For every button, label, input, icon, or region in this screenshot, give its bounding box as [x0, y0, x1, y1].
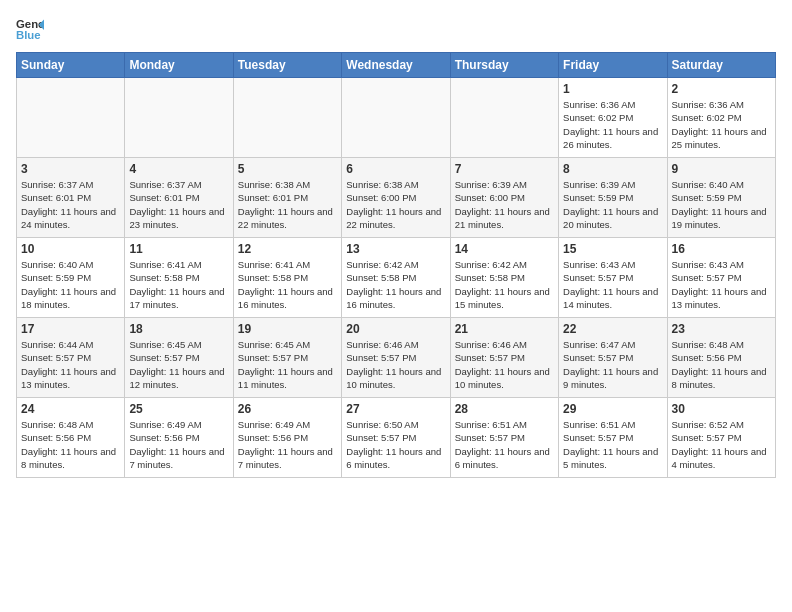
day-number: 22 [563, 322, 662, 336]
day-info: Sunrise: 6:47 AM Sunset: 5:57 PM Dayligh… [563, 338, 662, 391]
calendar-cell [233, 78, 341, 158]
day-number: 18 [129, 322, 228, 336]
header: General Blue [16, 16, 776, 44]
day-info: Sunrise: 6:43 AM Sunset: 5:57 PM Dayligh… [563, 258, 662, 311]
calendar-cell: 22Sunrise: 6:47 AM Sunset: 5:57 PM Dayli… [559, 318, 667, 398]
calendar-cell: 4Sunrise: 6:37 AM Sunset: 6:01 PM Daylig… [125, 158, 233, 238]
day-info: Sunrise: 6:43 AM Sunset: 5:57 PM Dayligh… [672, 258, 771, 311]
day-header-saturday: Saturday [667, 53, 775, 78]
day-info: Sunrise: 6:48 AM Sunset: 5:56 PM Dayligh… [21, 418, 120, 471]
calendar-cell: 16Sunrise: 6:43 AM Sunset: 5:57 PM Dayli… [667, 238, 775, 318]
calendar-cell: 10Sunrise: 6:40 AM Sunset: 5:59 PM Dayli… [17, 238, 125, 318]
svg-text:Blue: Blue [16, 29, 41, 41]
day-info: Sunrise: 6:42 AM Sunset: 5:58 PM Dayligh… [346, 258, 445, 311]
day-number: 1 [563, 82, 662, 96]
day-info: Sunrise: 6:40 AM Sunset: 5:59 PM Dayligh… [672, 178, 771, 231]
calendar-week-row: 17Sunrise: 6:44 AM Sunset: 5:57 PM Dayli… [17, 318, 776, 398]
day-number: 10 [21, 242, 120, 256]
day-number: 4 [129, 162, 228, 176]
day-number: 9 [672, 162, 771, 176]
day-header-tuesday: Tuesday [233, 53, 341, 78]
calendar-cell: 15Sunrise: 6:43 AM Sunset: 5:57 PM Dayli… [559, 238, 667, 318]
day-header-sunday: Sunday [17, 53, 125, 78]
day-number: 6 [346, 162, 445, 176]
day-header-wednesday: Wednesday [342, 53, 450, 78]
logo: General Blue [16, 16, 44, 44]
calendar-cell: 27Sunrise: 6:50 AM Sunset: 5:57 PM Dayli… [342, 398, 450, 478]
calendar-cell: 8Sunrise: 6:39 AM Sunset: 5:59 PM Daylig… [559, 158, 667, 238]
day-number: 29 [563, 402, 662, 416]
day-header-friday: Friday [559, 53, 667, 78]
day-number: 26 [238, 402, 337, 416]
calendar-cell: 5Sunrise: 6:38 AM Sunset: 6:01 PM Daylig… [233, 158, 341, 238]
calendar-cell [17, 78, 125, 158]
calendar-cell: 17Sunrise: 6:44 AM Sunset: 5:57 PM Dayli… [17, 318, 125, 398]
day-info: Sunrise: 6:46 AM Sunset: 5:57 PM Dayligh… [346, 338, 445, 391]
day-number: 13 [346, 242, 445, 256]
day-info: Sunrise: 6:46 AM Sunset: 5:57 PM Dayligh… [455, 338, 554, 391]
day-info: Sunrise: 6:48 AM Sunset: 5:56 PM Dayligh… [672, 338, 771, 391]
day-number: 30 [672, 402, 771, 416]
calendar-cell: 21Sunrise: 6:46 AM Sunset: 5:57 PM Dayli… [450, 318, 558, 398]
day-info: Sunrise: 6:49 AM Sunset: 5:56 PM Dayligh… [238, 418, 337, 471]
calendar-week-row: 10Sunrise: 6:40 AM Sunset: 5:59 PM Dayli… [17, 238, 776, 318]
calendar-cell [450, 78, 558, 158]
day-number: 16 [672, 242, 771, 256]
calendar-cell: 20Sunrise: 6:46 AM Sunset: 5:57 PM Dayli… [342, 318, 450, 398]
day-number: 11 [129, 242, 228, 256]
calendar-header-row: SundayMondayTuesdayWednesdayThursdayFrid… [17, 53, 776, 78]
day-header-monday: Monday [125, 53, 233, 78]
day-number: 7 [455, 162, 554, 176]
day-info: Sunrise: 6:36 AM Sunset: 6:02 PM Dayligh… [563, 98, 662, 151]
day-info: Sunrise: 6:45 AM Sunset: 5:57 PM Dayligh… [129, 338, 228, 391]
day-info: Sunrise: 6:41 AM Sunset: 5:58 PM Dayligh… [238, 258, 337, 311]
day-number: 3 [21, 162, 120, 176]
day-number: 14 [455, 242, 554, 256]
day-info: Sunrise: 6:37 AM Sunset: 6:01 PM Dayligh… [21, 178, 120, 231]
day-number: 28 [455, 402, 554, 416]
day-info: Sunrise: 6:44 AM Sunset: 5:57 PM Dayligh… [21, 338, 120, 391]
day-number: 8 [563, 162, 662, 176]
day-info: Sunrise: 6:40 AM Sunset: 5:59 PM Dayligh… [21, 258, 120, 311]
day-number: 27 [346, 402, 445, 416]
calendar-cell: 1Sunrise: 6:36 AM Sunset: 6:02 PM Daylig… [559, 78, 667, 158]
calendar-cell: 23Sunrise: 6:48 AM Sunset: 5:56 PM Dayli… [667, 318, 775, 398]
day-info: Sunrise: 6:39 AM Sunset: 5:59 PM Dayligh… [563, 178, 662, 231]
calendar-cell: 19Sunrise: 6:45 AM Sunset: 5:57 PM Dayli… [233, 318, 341, 398]
day-info: Sunrise: 6:39 AM Sunset: 6:00 PM Dayligh… [455, 178, 554, 231]
day-header-thursday: Thursday [450, 53, 558, 78]
calendar-cell [125, 78, 233, 158]
calendar-cell: 25Sunrise: 6:49 AM Sunset: 5:56 PM Dayli… [125, 398, 233, 478]
day-info: Sunrise: 6:38 AM Sunset: 6:01 PM Dayligh… [238, 178, 337, 231]
day-number: 12 [238, 242, 337, 256]
day-info: Sunrise: 6:51 AM Sunset: 5:57 PM Dayligh… [563, 418, 662, 471]
calendar-cell: 7Sunrise: 6:39 AM Sunset: 6:00 PM Daylig… [450, 158, 558, 238]
day-info: Sunrise: 6:41 AM Sunset: 5:58 PM Dayligh… [129, 258, 228, 311]
calendar-cell: 29Sunrise: 6:51 AM Sunset: 5:57 PM Dayli… [559, 398, 667, 478]
calendar-cell: 9Sunrise: 6:40 AM Sunset: 5:59 PM Daylig… [667, 158, 775, 238]
calendar-week-row: 3Sunrise: 6:37 AM Sunset: 6:01 PM Daylig… [17, 158, 776, 238]
day-number: 20 [346, 322, 445, 336]
calendar-cell: 12Sunrise: 6:41 AM Sunset: 5:58 PM Dayli… [233, 238, 341, 318]
calendar-cell: 3Sunrise: 6:37 AM Sunset: 6:01 PM Daylig… [17, 158, 125, 238]
calendar-cell: 6Sunrise: 6:38 AM Sunset: 6:00 PM Daylig… [342, 158, 450, 238]
calendar-cell: 18Sunrise: 6:45 AM Sunset: 5:57 PM Dayli… [125, 318, 233, 398]
calendar-cell: 13Sunrise: 6:42 AM Sunset: 5:58 PM Dayli… [342, 238, 450, 318]
calendar-cell: 30Sunrise: 6:52 AM Sunset: 5:57 PM Dayli… [667, 398, 775, 478]
calendar-cell [342, 78, 450, 158]
day-info: Sunrise: 6:49 AM Sunset: 5:56 PM Dayligh… [129, 418, 228, 471]
day-number: 25 [129, 402, 228, 416]
day-number: 17 [21, 322, 120, 336]
day-number: 24 [21, 402, 120, 416]
day-number: 5 [238, 162, 337, 176]
calendar-week-row: 24Sunrise: 6:48 AM Sunset: 5:56 PM Dayli… [17, 398, 776, 478]
day-info: Sunrise: 6:38 AM Sunset: 6:00 PM Dayligh… [346, 178, 445, 231]
day-info: Sunrise: 6:42 AM Sunset: 5:58 PM Dayligh… [455, 258, 554, 311]
day-info: Sunrise: 6:45 AM Sunset: 5:57 PM Dayligh… [238, 338, 337, 391]
calendar-cell: 24Sunrise: 6:48 AM Sunset: 5:56 PM Dayli… [17, 398, 125, 478]
day-number: 23 [672, 322, 771, 336]
day-info: Sunrise: 6:52 AM Sunset: 5:57 PM Dayligh… [672, 418, 771, 471]
calendar-cell: 14Sunrise: 6:42 AM Sunset: 5:58 PM Dayli… [450, 238, 558, 318]
calendar-cell: 26Sunrise: 6:49 AM Sunset: 5:56 PM Dayli… [233, 398, 341, 478]
calendar-cell: 28Sunrise: 6:51 AM Sunset: 5:57 PM Dayli… [450, 398, 558, 478]
